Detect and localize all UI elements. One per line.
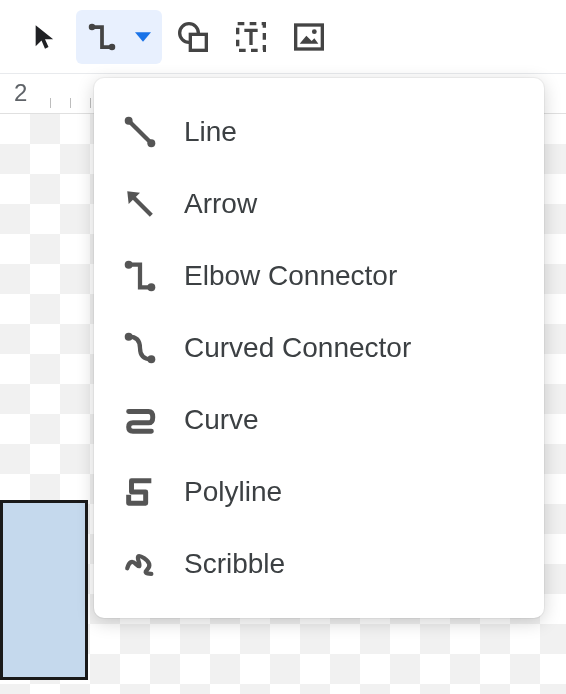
menu-item-arrow[interactable]: Arrow bbox=[94, 168, 544, 240]
line-tool-dropdown-button[interactable] bbox=[126, 10, 160, 64]
svg-point-9 bbox=[147, 139, 155, 147]
menu-item-label: Arrow bbox=[184, 188, 257, 220]
chevron-down-icon bbox=[135, 29, 151, 45]
svg-point-14 bbox=[147, 355, 155, 363]
image-icon bbox=[293, 21, 325, 53]
scribble-icon bbox=[120, 544, 160, 584]
shape-tool-button[interactable] bbox=[166, 10, 220, 64]
ruler-number: 2 bbox=[14, 79, 27, 107]
menu-item-label: Polyline bbox=[184, 476, 282, 508]
text-box-button[interactable] bbox=[224, 10, 278, 64]
insert-image-button[interactable] bbox=[282, 10, 336, 64]
menu-item-elbow-connector[interactable]: Elbow Connector bbox=[94, 240, 544, 312]
line-icon bbox=[120, 112, 160, 152]
elbow-connector-icon bbox=[120, 256, 160, 296]
svg-point-6 bbox=[312, 29, 317, 34]
menu-item-label: Curved Connector bbox=[184, 332, 411, 364]
line-tool-split-button bbox=[76, 10, 162, 64]
polyline-icon bbox=[120, 472, 160, 512]
menu-item-curve[interactable]: Curve bbox=[94, 384, 544, 456]
menu-item-label: Elbow Connector bbox=[184, 260, 397, 292]
svg-rect-3 bbox=[190, 34, 206, 50]
menu-item-polyline[interactable]: Polyline bbox=[94, 456, 544, 528]
menu-item-label: Line bbox=[184, 116, 237, 148]
text-box-icon bbox=[235, 21, 267, 53]
curved-connector-icon bbox=[120, 328, 160, 368]
svg-line-8 bbox=[129, 121, 152, 144]
svg-rect-5 bbox=[296, 25, 323, 49]
menu-item-label: Scribble bbox=[184, 548, 285, 580]
arrow-icon bbox=[120, 184, 160, 224]
svg-point-1 bbox=[109, 43, 116, 50]
menu-item-label: Curve bbox=[184, 404, 259, 436]
curve-icon bbox=[120, 400, 160, 440]
rectangle-shape[interactable] bbox=[0, 500, 88, 680]
shape-icon bbox=[177, 21, 209, 53]
elbow-connector-icon bbox=[87, 22, 117, 52]
toolbar bbox=[0, 0, 566, 74]
select-tool-button[interactable] bbox=[18, 10, 72, 64]
svg-point-12 bbox=[147, 283, 155, 291]
line-type-menu: Line Arrow Elbow Connector Curved Connec… bbox=[94, 78, 544, 618]
menu-item-scribble[interactable]: Scribble bbox=[94, 528, 544, 600]
cursor-icon bbox=[31, 23, 59, 51]
line-tool-button[interactable] bbox=[78, 10, 126, 64]
menu-item-line[interactable]: Line bbox=[94, 96, 544, 168]
menu-item-curved-connector[interactable]: Curved Connector bbox=[94, 312, 544, 384]
